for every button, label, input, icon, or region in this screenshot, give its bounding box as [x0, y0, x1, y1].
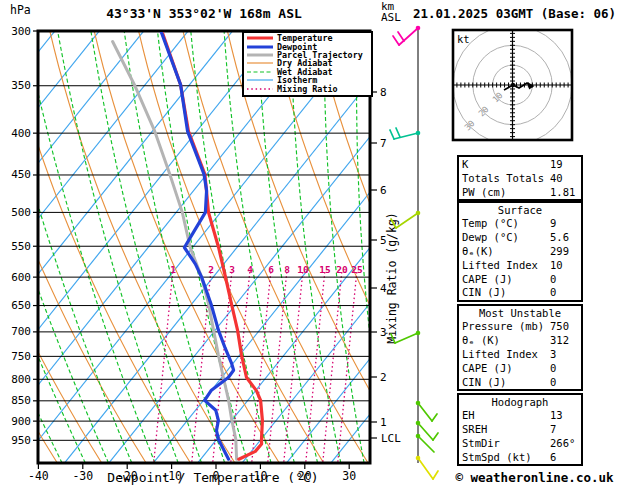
stats-row: Lifted Index3 — [462, 348, 578, 362]
mixing-ratio-value-label: 6 — [268, 264, 274, 275]
stats-box-hodograph-stats: HodographEH13SREH7StmDir266°StmSpd (kt)6 — [457, 393, 583, 466]
stats-value: 10 — [550, 259, 563, 273]
km-tick-label: 7 — [380, 137, 387, 150]
pressure-tick-label: 450 — [11, 168, 31, 181]
stats-row: StmSpd (kt)6 — [462, 451, 578, 465]
barb-teal — [394, 133, 418, 139]
pressure-tick-label: 750 — [11, 350, 31, 363]
stats-label: Pressure (mb) — [462, 320, 544, 332]
stats-box-header: Most Unstable — [462, 307, 578, 320]
barb-yellowgreen-dot — [416, 211, 421, 216]
barb-yellow-dot — [416, 456, 421, 461]
mixing-ratio-value-label: 2 — [208, 264, 214, 275]
mixing-ratio-value-label: 8 — [284, 264, 290, 275]
pressure-tick-label: 950 — [11, 434, 31, 447]
pressure-tick-label: 300 — [11, 25, 31, 38]
stats-label: SREH — [462, 423, 487, 435]
temp-tick-label: 30 — [342, 469, 356, 483]
barb-green-3-dot — [416, 421, 421, 426]
stats-value: 13 — [550, 409, 563, 423]
legend: TemperatureDewpointParcel TrajectoryDry … — [242, 31, 373, 97]
pressure-tick-label: 550 — [11, 240, 31, 253]
pressure-tick-label: 350 — [11, 79, 31, 92]
stats-value: 750 — [550, 320, 569, 334]
stats-row: Lifted Index10 — [462, 259, 578, 273]
stats-value: 9 — [550, 217, 556, 231]
barb-green-2 — [432, 414, 437, 421]
wet-adiabat-line — [0, 31, 62, 463]
stats-label: StmSpd (kt) — [462, 451, 532, 463]
stats-label: θₑ(K) — [462, 245, 494, 257]
stats-value: 0 — [550, 362, 556, 376]
station-title: 43°33'N 353°02'W 168m ASL — [38, 6, 370, 21]
stats-row: K19 — [462, 158, 578, 172]
mixing-ratio-value-label: 15 — [319, 264, 331, 275]
stats-row: θₑ (K)312 — [462, 334, 578, 348]
dry-adiabat-line — [5, 31, 190, 463]
barb-green-3 — [433, 433, 438, 440]
stats-box-header: Surface — [462, 204, 578, 217]
stats-box-most-unstable: Most UnstablePressure (mb)750θₑ (K)312Li… — [457, 304, 583, 391]
stats-value: 0 — [550, 286, 556, 300]
stats-row: SREH7 — [462, 423, 578, 437]
stats-value: 40 — [550, 172, 563, 186]
mixing-ratio-axis-label: Mixing Ratio (g/kg) — [385, 212, 399, 344]
asl-label: ASL — [381, 11, 401, 24]
pressure-tick-label: 500 — [11, 206, 31, 219]
mixing-ratio-value-label: 3 — [229, 264, 235, 275]
altitude-axis-unit: kmASL — [381, 1, 401, 23]
stats-row: Pressure (mb)750 — [462, 320, 578, 334]
legend-label: Mixing Ratio — [277, 85, 338, 93]
barb-yellow — [433, 471, 438, 479]
mixing-ratio-value-label: 20 — [336, 264, 348, 275]
km-tick-label: 1 — [380, 416, 387, 429]
wet-adiabat-line-sample — [246, 68, 274, 76]
skewt-sounding-page: 3003504004505005506006507007508008509009… — [0, 0, 629, 486]
x-axis-title: Dewpoint / Temperature (°C) — [107, 470, 318, 485]
barb-teal — [390, 130, 394, 139]
stats-row: StmDir266° — [462, 437, 578, 451]
mixing-ratio-value-label: 1 — [170, 264, 176, 275]
pressure-tick-label: 700 — [11, 325, 31, 338]
stats-value: 1.81 — [550, 186, 575, 200]
stats-label: θₑ (K) — [462, 334, 500, 346]
stats-value: 0 — [550, 273, 556, 287]
barb-magenta-dot — [416, 26, 421, 31]
dry-adiabat-line-sample — [246, 59, 274, 67]
legend-label: Temperature — [277, 34, 332, 42]
barb-yellow — [418, 458, 433, 479]
stats-row: CAPE (J)0 — [462, 362, 578, 376]
stats-row: CIN (J)0 — [462, 376, 578, 390]
temp-tick-label: -30 — [72, 469, 93, 483]
stats-value: 5.6 — [550, 231, 569, 245]
stats-value: 7 — [550, 423, 556, 437]
km-tick-label: 8 — [380, 86, 387, 99]
mixing-ratio-line — [306, 272, 325, 463]
temp-tick-label: -40 — [28, 469, 49, 483]
pressure-tick-label: 900 — [11, 415, 31, 428]
stats-row: CAPE (J)0 — [462, 273, 578, 287]
hodograph: 102030 — [453, 25, 572, 144]
barb-magenta — [398, 32, 404, 41]
hodograph-origin-dot — [511, 83, 515, 87]
temperature-line-sample — [246, 34, 274, 42]
stats-value: 6 — [550, 451, 556, 465]
stats-row: PW (cm)1.81 — [462, 186, 578, 200]
barb-yellowgreen — [396, 213, 418, 228]
pressure-tick-label: 600 — [11, 271, 31, 284]
stats-label: StmDir — [462, 437, 500, 449]
km-tick-label: 6 — [380, 184, 387, 197]
isotherm-line — [0, 31, 11, 463]
parcel-trajectory-line-sample — [246, 51, 274, 59]
stats-label: K — [462, 158, 468, 170]
stats-row: EH13 — [462, 409, 578, 423]
stats-row: CIN (J)0 — [462, 286, 578, 300]
stats-box-surface: SurfaceTemp (°C)9Dewp (°C)5.6θₑ(K)299Lif… — [457, 201, 583, 302]
pressure-tick-label: 850 — [11, 394, 31, 407]
stats-label: EH — [462, 409, 475, 421]
barb-green-4-dot — [416, 434, 421, 439]
mixing-ratio-line — [284, 272, 303, 463]
stats-label: Lifted Index — [462, 259, 538, 271]
stats-value: 299 — [550, 245, 569, 259]
stats-label: Lifted Index — [462, 348, 538, 360]
